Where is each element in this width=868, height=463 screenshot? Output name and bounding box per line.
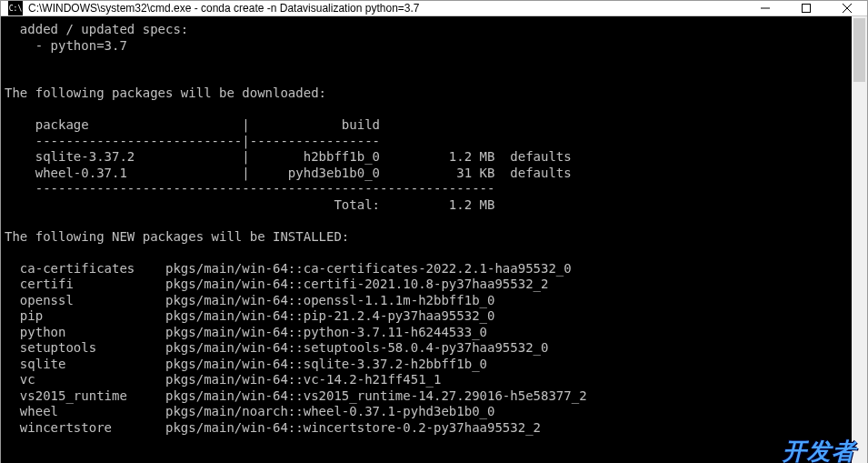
scroll-thumb[interactable] xyxy=(853,18,865,82)
cmd-icon: C:\ xyxy=(8,1,23,15)
line: vs2015_runtime pkgs/main/win-64::vs2015_… xyxy=(5,388,587,403)
line: wheel-0.37.1 | pyhd3eb1b0_0 31 KB defaul… xyxy=(5,166,572,180)
line: The following NEW packages will be INSTA… xyxy=(5,229,349,244)
line: wheel pkgs/main/noarch::wheel-0.37.1-pyh… xyxy=(5,404,494,418)
line: sqlite pkgs/main/win-64::sqlite-3.37.2-h… xyxy=(5,357,487,371)
line: The following packages will be downloade… xyxy=(5,86,326,100)
window-controls xyxy=(744,1,867,15)
watermark-dev: 开发者 xyxy=(783,436,856,464)
line: sqlite-3.37.2 | h2bbff1b_0 1.2 MB defaul… xyxy=(5,149,572,164)
app-window: C:\ C:\WINDOWS\system32\cmd.exe - conda … xyxy=(0,0,868,463)
line: openssl pkgs/main/win-64::openssl-1.1.1m… xyxy=(5,293,494,307)
line: pip pkgs/main/win-64::pip-21.2.4-py37haa… xyxy=(5,308,494,323)
line: python pkgs/main/win-64::python-3.7.11-h… xyxy=(5,325,487,339)
line: package | build xyxy=(5,117,380,132)
vertical-scrollbar[interactable] xyxy=(852,16,867,463)
line: Total: 1.2 MB xyxy=(5,197,494,212)
line: certifi pkgs/main/win-64::certifi-2021.1… xyxy=(5,277,548,291)
terminal-area: added / updated specs: - python=3.7 The … xyxy=(1,16,867,463)
svg-rect-1 xyxy=(802,5,810,13)
line: setuptools pkgs/main/win-64::setuptools-… xyxy=(5,340,548,355)
close-button[interactable] xyxy=(826,1,867,15)
line: ----------------------------------------… xyxy=(5,181,494,196)
minimize-button[interactable] xyxy=(744,1,785,15)
titlebar[interactable]: C:\ C:\WINDOWS\system32\cmd.exe - conda … xyxy=(1,1,867,16)
maximize-button[interactable] xyxy=(785,1,826,15)
line: - python=3.7 xyxy=(5,38,127,53)
line: ca-certificates pkgs/main/win-64::ca-cer… xyxy=(5,261,572,276)
line: vc pkgs/main/win-64::vc-14.2-h21ff451_1 xyxy=(5,372,441,387)
terminal-output[interactable]: added / updated specs: - python=3.7 The … xyxy=(1,16,852,463)
line: wincertstore pkgs/main/win-64::wincertst… xyxy=(5,420,541,435)
line: added / updated specs: xyxy=(5,22,188,36)
line: ---------------------------|------------… xyxy=(5,134,380,148)
window-title: C:\WINDOWS\system32\cmd.exe - conda crea… xyxy=(28,2,744,15)
